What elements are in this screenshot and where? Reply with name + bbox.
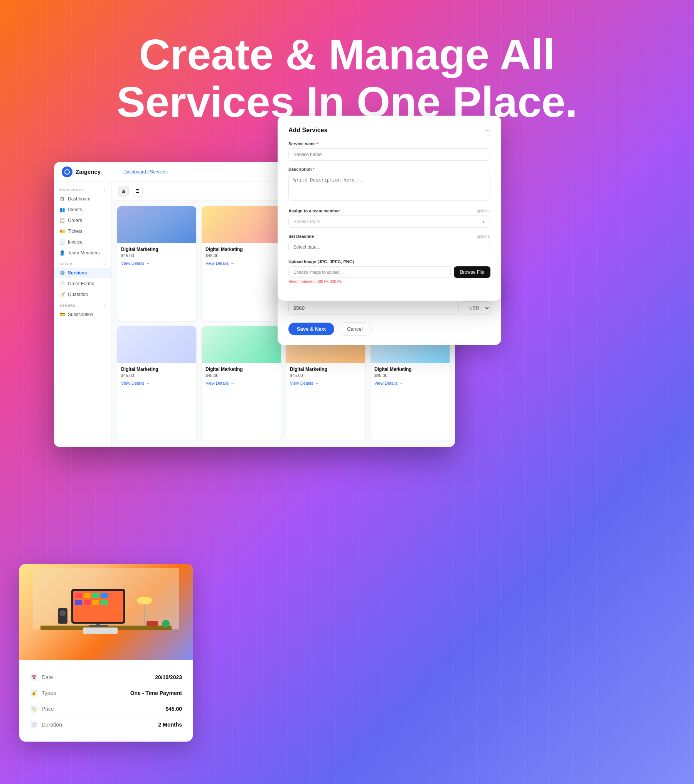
cancel-button[interactable]: Cancel [338,322,371,336]
dashboard-icon: ⊞ [59,196,65,202]
detail-types-value: One - Time Payment [130,690,182,696]
sidebar-item-tickets[interactable]: 🎫 Tickets [54,226,111,237]
sidebar-item-invoice[interactable]: 🧾 Invoice [54,237,111,247]
hero-background: Create & Manage All Services In One Plac… [0,0,694,784]
service-card: Digital Marketing $45.00 View Details → [117,326,196,441]
service-card-title: Digital Marketing [206,367,277,372]
logo-icon [62,167,72,177]
arrow-right-icon: → [146,261,150,266]
chevron-down-icon: ▼ [482,220,485,224]
view-details-link[interactable]: View Details → [206,381,277,385]
service-card-title: Digital Marketing [290,367,361,372]
detail-types-label: 💰 Types [30,689,56,697]
detail-duration-label: ⏱️ Duration [30,721,62,728]
deadline-label: Set Deadline optional [288,234,490,239]
description-input[interactable] [288,174,490,201]
grid-view-button[interactable]: ⊞ [118,186,129,197]
deadline-group: Set Deadline optional [288,234,490,253]
svg-rect-7 [84,593,91,598]
list-view-button[interactable]: ☰ [132,186,143,197]
service-name-label: Service name * [288,141,490,146]
sidebar-item-order-forms[interactable]: 📄 Order Forms [54,278,111,289]
upload-hint: Recommended: 800 Px 600 Px [288,279,490,284]
description-label: Description * [288,167,490,172]
currency-select[interactable]: USD EUR GBP [463,301,490,315]
arrow-right-icon: → [146,381,150,385]
service-card-price: $45.00 [374,373,446,378]
workspace-illustration [33,568,179,656]
service-card: Digital Marketing $45.00 View Details → [202,326,281,441]
calendar-icon: 📅 [30,673,38,681]
service-team-wrapper: Service team ▼ [288,215,490,228]
detail-price-label: 🏷️ Price [30,705,54,713]
svg-rect-11 [75,600,82,605]
sidebar-item-dashboard[interactable]: ⊞ Dashboard [54,193,111,204]
detail-row-price: 🏷️ Price $45.00 [30,701,182,717]
detail-duration-value: 2 Months [158,722,182,728]
orders-icon: 📋 [59,218,65,223]
price-input[interactable] [288,302,459,315]
modal-menu-icon[interactable]: ⋯ [484,126,490,134]
view-details-link[interactable]: View Details → [290,381,361,385]
detail-card: 📅 Date 20/10/2023 💰 Types One - Time Pay… [19,564,193,742]
team-members-icon: 👤 [59,250,65,256]
price-icon: 🏷️ [30,705,38,713]
sidebar-section-main: MAIN PAGES » [54,188,111,192]
view-details-link[interactable]: View Details → [206,261,277,266]
service-card-body: Digital Marketing $45.00 View Details → [202,243,281,269]
sidebar-item-quotation[interactable]: 📝 Quatation [54,289,111,300]
invoice-icon: 🧾 [59,239,65,245]
sidebar: MAIN PAGES » ⊞ Dashboard 👥 Clients 📋 Ord… [54,182,112,447]
duration-icon: ⏱️ [30,721,38,728]
deadline-input[interactable] [288,241,490,253]
svg-rect-12 [84,600,91,605]
service-card-body: Digital Marketing $45.00 View Details → [117,363,196,389]
service-card-price: $45.00 [121,373,192,378]
svg-point-21 [162,620,170,628]
service-card-price: $45.00 [290,373,361,378]
view-details-link[interactable]: View Details → [374,381,446,385]
service-card-title: Digital Marketing [121,247,192,252]
service-card: Digital Marketing $45.00 View Details → [202,206,281,321]
upload-group: Upload Image (JPG, JPEG, PNG) Browse Fil… [288,259,490,284]
svg-rect-13 [92,600,99,605]
add-services-modal: Add Services ⋯ Service name * Descriptio… [278,116,501,301]
service-card-image [117,206,196,243]
save-next-button[interactable]: Save & Next [288,323,334,335]
service-card-price: $45.00 [206,373,277,378]
upload-label: Upload Image (JPG, JPEG, PNG) [288,259,490,264]
browse-file-button[interactable]: Browse File [454,266,490,278]
detail-row-duration: ⏱️ Duration 2 Months [30,717,182,732]
detail-date-label: 📅 Date [30,673,53,681]
sidebar-item-team-members[interactable]: 👤 Team Members [54,247,111,258]
assign-team-group: Assign to a team member optional Service… [288,209,490,228]
modal-title: Add Services [288,127,327,134]
service-card-body: Digital Marketing $45.00 View Details → [286,363,365,389]
svg-rect-6 [75,593,82,598]
service-card-image [202,206,281,243]
service-name-group: Service name * [288,141,490,161]
svg-rect-10 [109,593,116,598]
description-group: Description * [288,167,490,202]
service-team-select[interactable]: Service team ▼ [288,215,490,228]
view-details-link[interactable]: View Details → [121,381,192,385]
logo-area: Zaigency. [62,167,123,177]
detail-card-content: 📅 Date 20/10/2023 💰 Types One - Time Pay… [19,660,193,742]
service-card-price: $45.00 [121,253,192,258]
toolbar-left: ⊞ ☰ [118,186,143,197]
sidebar-item-orders[interactable]: 📋 Orders [54,215,111,226]
upload-row: Browse File [288,266,490,278]
svg-rect-14 [101,600,108,605]
sidebar-item-services[interactable]: ⚙️ Services [54,268,111,278]
upload-input[interactable] [288,266,451,278]
sidebar-item-subscription[interactable]: 💳 Subscription [54,309,111,320]
arrow-right-icon: → [230,261,234,266]
view-details-link[interactable]: View Details → [121,261,192,266]
subscription-icon: 💳 [59,312,65,317]
svg-point-17 [137,597,152,604]
service-name-input[interactable] [288,148,490,161]
svg-rect-9 [101,593,108,598]
sidebar-item-clients[interactable]: 👥 Clients [54,204,111,215]
svg-rect-3 [89,625,108,627]
service-card-title: Digital Marketing [374,367,446,372]
